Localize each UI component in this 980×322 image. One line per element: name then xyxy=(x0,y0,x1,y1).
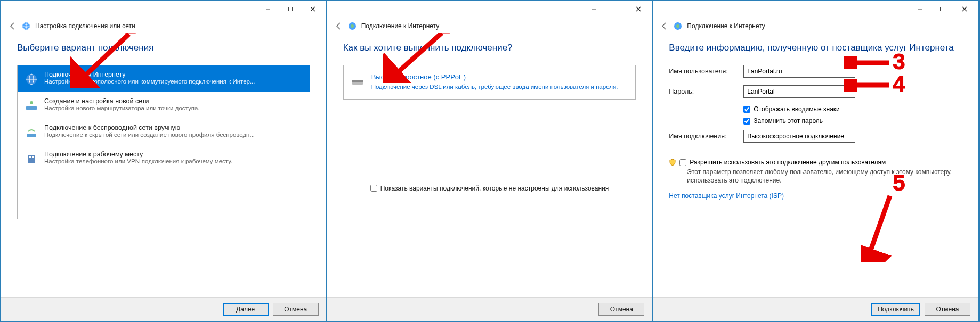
internet-icon xyxy=(673,21,683,31)
option-new-network[interactable]: Создание и настройка новой сети Настройк… xyxy=(18,92,310,119)
cancel-button[interactable]: Отмена xyxy=(598,303,644,316)
wizard-footer: Отмена xyxy=(327,297,652,321)
minimize-button[interactable] xyxy=(909,2,931,16)
router-icon xyxy=(24,98,39,113)
svg-point-9 xyxy=(30,101,33,104)
globe-icon xyxy=(24,72,39,87)
option-desc: Подключение к скрытой сети или создание … xyxy=(44,131,303,138)
option-internet-connection[interactable]: Подключение к Интернету Настройка широко… xyxy=(18,65,310,92)
svg-rect-16 xyxy=(614,7,618,11)
page-heading: Введите информацию, полученную от постав… xyxy=(669,43,962,53)
allow-others-desc: Этот параметр позволяет любому пользоват… xyxy=(687,168,962,185)
svg-rect-25 xyxy=(941,7,944,11)
password-label: Пароль: xyxy=(669,88,743,95)
wizard-header: Подключение к Интернету xyxy=(653,17,978,33)
show-unconfigured-label: Показать варианты подключений, которые н… xyxy=(380,185,609,192)
close-button[interactable] xyxy=(953,2,976,16)
page-heading: Как вы хотите выполнить подключение? xyxy=(343,43,636,53)
wizard-footer: Далее Отмена xyxy=(1,297,326,321)
allow-others-label: Разрешить использовать это подключение д… xyxy=(690,159,886,166)
cancel-button[interactable]: Отмена xyxy=(273,303,319,316)
next-button[interactable]: Далее xyxy=(223,303,269,316)
titlebar xyxy=(653,1,978,17)
connection-name-label: Имя подключения: xyxy=(669,133,743,140)
svg-rect-13 xyxy=(32,156,34,158)
option-title: Подключение к рабочему месту xyxy=(44,151,303,158)
option-workplace[interactable]: Подключение к рабочему месту Настройка т… xyxy=(18,145,310,172)
titlebar xyxy=(327,1,652,17)
shield-icon xyxy=(669,159,676,166)
option-title: Подключение к беспроводной сети вручную xyxy=(44,124,303,131)
cancel-button[interactable]: Отмена xyxy=(925,303,970,316)
wizard-title: Подключение к Интернету xyxy=(687,22,765,30)
connection-options-list: Подключение к Интернету Настройка широко… xyxy=(17,65,310,219)
close-button[interactable] xyxy=(302,2,324,16)
network-icon xyxy=(21,21,31,31)
option-wireless-manual[interactable]: Подключение к беспроводной сети вручную … xyxy=(18,119,310,145)
username-input[interactable] xyxy=(743,65,855,78)
show-unconfigured-checkbox[interactable] xyxy=(370,185,377,192)
wizard-header: Настройка подключения или сети xyxy=(1,17,326,33)
close-button[interactable] xyxy=(627,2,650,16)
svg-rect-1 xyxy=(288,7,292,11)
internet-icon xyxy=(347,21,357,31)
connect-button[interactable]: Подключить xyxy=(871,303,920,316)
wizard-title: Настройка подключения или сети xyxy=(35,22,135,30)
no-isp-link[interactable]: Нет поставщика услуг Интернета (ISP) xyxy=(669,192,784,200)
option-pppoe[interactable]: Высокоскоростное (с PPPoE) Подключение ч… xyxy=(343,65,636,100)
svg-rect-11 xyxy=(28,155,35,163)
wizard-header: Подключение к Интернету xyxy=(327,17,652,33)
wifi-icon xyxy=(24,125,39,140)
pppoe-title: Высокоскоростное (с PPPoE) xyxy=(371,73,618,81)
option-desc: Настройка нового маршрутизатора или точк… xyxy=(44,105,303,111)
svg-point-20 xyxy=(351,24,354,28)
option-desc: Настройка широкополосного или коммутируе… xyxy=(44,78,303,85)
remember-password-checkbox[interactable] xyxy=(743,118,750,125)
annotation-number-1: 1 xyxy=(124,33,136,38)
svg-rect-22 xyxy=(352,80,363,82)
titlebar xyxy=(1,1,326,17)
svg-line-32 xyxy=(868,196,890,258)
back-icon[interactable] xyxy=(335,22,343,30)
connection-name-input[interactable] xyxy=(743,130,855,143)
building-icon xyxy=(24,152,39,167)
maximize-button[interactable] xyxy=(931,2,953,16)
show-chars-checkbox[interactable] xyxy=(743,106,750,113)
modem-icon xyxy=(350,74,365,89)
option-title: Подключение к Интернету xyxy=(44,71,303,78)
minimize-button[interactable] xyxy=(582,2,605,16)
annotation-number-2: 2 xyxy=(438,33,450,38)
back-icon[interactable] xyxy=(660,22,669,30)
wizard-footer: Подключить Отмена xyxy=(653,297,978,321)
pppoe-desc: Подключение через DSL или кабель, требую… xyxy=(371,83,618,92)
page-heading: Выберите вариант подключения xyxy=(17,43,310,53)
svg-point-29 xyxy=(676,24,679,28)
window-connect-internet: Подключение к Интернету Как вы хотите вы… xyxy=(327,1,653,321)
option-title: Создание и настройка новой сети xyxy=(44,97,303,105)
svg-rect-8 xyxy=(26,106,37,110)
allow-others-checkbox[interactable] xyxy=(679,159,686,166)
maximize-button[interactable] xyxy=(605,2,627,16)
back-icon[interactable] xyxy=(9,22,17,30)
wizard-title: Подключение к Интернету xyxy=(361,22,440,30)
username-label: Имя пользователя: xyxy=(669,68,743,75)
remember-password-label: Запомнить этот пароль xyxy=(754,117,823,125)
maximize-button[interactable] xyxy=(279,2,302,16)
svg-rect-12 xyxy=(29,156,31,158)
window-network-setup: Настройка подключения или сети Выберите … xyxy=(1,1,327,321)
svg-rect-10 xyxy=(27,134,36,137)
show-chars-label: Отображать вводимые знаки xyxy=(754,105,839,113)
window-isp-credentials: Подключение к Интернету Введите информац… xyxy=(653,1,979,321)
option-desc: Настройка телефонного или VPN-подключени… xyxy=(44,158,303,164)
minimize-button[interactable] xyxy=(257,2,279,16)
annotation-arrow-5 xyxy=(861,193,898,262)
password-input[interactable] xyxy=(743,85,855,98)
